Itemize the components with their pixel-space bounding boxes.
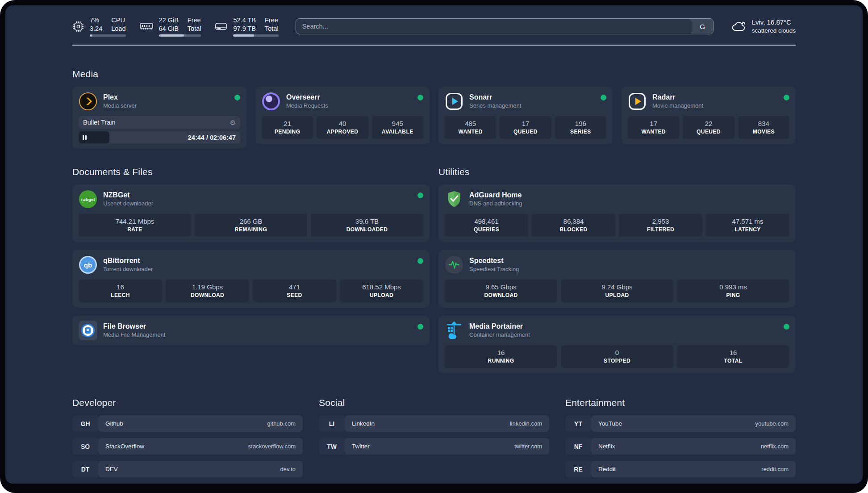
app-card-radarr[interactable]: Radarr Movie management 17WANTED 22QUEUE…: [622, 87, 796, 144]
bookmark-netflix[interactable]: NF Netflix netflix.com: [565, 438, 796, 455]
disk-icon: [214, 21, 228, 32]
window-frame: 7% 3.24 CPU Load: [0, 0, 868, 493]
bookmark-reddit[interactable]: RE Reddit reddit.com: [565, 461, 796, 477]
app-card-overseerr[interactable]: Overseerr Media Requests 21PENDING 40APP…: [255, 87, 430, 144]
weather-widget: Lviv, 16.87°C scattered clouds: [730, 18, 796, 34]
section-title-utilities: Utilities: [438, 167, 796, 177]
filebrowser-icon: [79, 321, 97, 340]
cloud-icon: [730, 20, 747, 33]
playback-progress-bar[interactable]: 24:44 / 02:06:47: [79, 131, 240, 143]
app-name: Media Portainer: [469, 322, 530, 331]
section-social: Social LI LinkedIn linkedin.com TW Twitt…: [319, 397, 549, 455]
app-card-filebrowser[interactable]: File Browser Media File Management: [72, 316, 430, 345]
app-card-nzbget[interactable]: nzbget NZBGet Usenet downloader 744.21 M…: [72, 184, 430, 242]
header-divider: [72, 45, 796, 46]
playback-time: 24:44 / 02:06:47: [188, 134, 236, 141]
section-title-documents: Documents & Files: [72, 167, 430, 177]
app-card-plex[interactable]: Plex Media server Bullet Train ⚙: [72, 87, 246, 149]
ram-widget: 22 GiB 64 GiB Free Total: [139, 16, 201, 37]
bookmark-abbr: SO: [72, 438, 98, 455]
app-name: Radarr: [652, 93, 703, 102]
app-card-adguard[interactable]: AdGuard Home DNS and adblocking 498,461Q…: [438, 184, 796, 242]
stat-upload: 618.52 MbpsUPLOAD: [340, 280, 423, 302]
bookmark-url: youtube.com: [755, 420, 789, 427]
bookmark-name: Twitter: [352, 443, 370, 450]
app-subtitle: Speedtest Tracking: [469, 266, 519, 273]
disk-total-label: Total: [265, 25, 279, 33]
app-name: Plex: [103, 93, 137, 102]
app-card-sonarr[interactable]: Sonarr Series management 485WANTED 17QUE…: [438, 87, 613, 144]
stat-rate: 744.21 MbpsRATE: [79, 214, 191, 237]
app-card-qbittorrent[interactable]: qb qBittorrent Torrent downloader 16LEEC…: [72, 250, 430, 308]
app-subtitle: Usenet downloader: [103, 200, 153, 208]
stat-queries: 498,461QUERIES: [445, 214, 528, 237]
status-dot: [784, 95, 789, 100]
ram-total-label: Total: [188, 25, 201, 33]
bookmark-url: dev.to: [280, 466, 296, 472]
stat-stopped: 0STOPPED: [561, 345, 673, 368]
disk-free-label: Free: [265, 16, 279, 25]
bookmark-abbr: LI: [319, 415, 345, 432]
ram-progress-bar: [159, 34, 201, 37]
section-title-developer: Developer: [72, 397, 303, 408]
stat-leech: 16LEECH: [79, 280, 162, 302]
bookmark-name: LinkedIn: [352, 420, 375, 427]
stat-latency: 47.571 msLATENCY: [706, 214, 789, 237]
bookmark-github[interactable]: GH Github github.com: [72, 415, 303, 432]
search-engine-button[interactable]: G: [692, 19, 713, 34]
stat-queued: 22QUEUED: [683, 116, 734, 139]
pause-icon[interactable]: [83, 135, 87, 140]
stat-download: 1.19 GbpsDOWNLOAD: [166, 280, 249, 302]
ram-free-value: 22 GiB: [159, 16, 179, 25]
top-bar: 7% 3.24 CPU Load: [72, 15, 796, 38]
radarr-icon: [628, 92, 647, 111]
cpu-icon: [72, 21, 84, 33]
bookmark-youtube[interactable]: YT YouTube youtube.com: [565, 415, 796, 432]
stat-series: 196SERIES: [555, 116, 606, 139]
section-media: Media Plex Media server: [72, 69, 796, 149]
bookmark-dev[interactable]: DT DEV dev.to: [72, 461, 303, 477]
app-subtitle: Media File Management: [103, 331, 165, 339]
status-dot: [417, 192, 423, 198]
bookmark-twitter[interactable]: TW Twitter twitter.com: [319, 438, 549, 455]
stat-wanted: 17WANTED: [628, 116, 679, 139]
stat-wanted: 485WANTED: [445, 116, 496, 139]
bookmark-url: netflix.com: [761, 443, 789, 450]
stat-downloaded: 39.6 TBDOWNLOADED: [311, 214, 423, 237]
app-name: AdGuard Home: [469, 191, 522, 200]
adguard-icon: [445, 190, 463, 209]
section-entertainment: Entertainment YT YouTube youtube.com NF …: [565, 397, 796, 477]
status-dot: [784, 324, 789, 330]
player-device-icon[interactable]: ⚙: [230, 119, 236, 126]
status-dot: [417, 324, 423, 330]
bookmark-name: DEV: [105, 466, 118, 472]
stat-blocked: 86,384BLOCKED: [532, 214, 615, 237]
speedtest-icon: [445, 255, 463, 274]
disk-widget: 52.4 TB 97.9 TB Free Total: [214, 16, 278, 37]
portainer-icon: [445, 321, 463, 340]
app-subtitle: Series management: [469, 102, 521, 110]
bookmark-url: linkedin.com: [510, 420, 542, 427]
bookmark-url: stackoverflow.com: [248, 443, 296, 450]
app-card-speedtest[interactable]: Speedtest Speedtest Tracking 9.65 GbpsDO…: [438, 250, 796, 308]
app-subtitle: DNS and adblocking: [469, 200, 522, 208]
app-name: Overseerr: [286, 93, 328, 102]
app-subtitle: Media server: [103, 102, 137, 110]
disk-progress-bar: [233, 34, 278, 37]
search-input[interactable]: [296, 19, 692, 34]
bookmark-url: github.com: [267, 420, 296, 427]
stat-seed: 471SEED: [253, 280, 336, 302]
plex-now-playing: Bullet Train ⚙ 24:44 / 02:06:47: [79, 116, 240, 143]
app-card-portainer[interactable]: Media Portainer Container management 16R…: [438, 316, 796, 373]
bookmark-url: reddit.com: [761, 466, 789, 472]
stat-approved: 40APPROVED: [317, 116, 368, 139]
bookmark-stackoverflow[interactable]: SO StackOverflow stackoverflow.com: [72, 438, 303, 455]
stat-pending: 21PENDING: [262, 116, 313, 139]
sonarr-icon: [445, 92, 463, 111]
dashboard-panel: 7% 3.24 CPU Load: [5, 5, 863, 484]
status-dot: [234, 95, 240, 100]
ram-total-value: 64 GiB: [159, 25, 179, 33]
app-name: File Browser: [103, 322, 165, 331]
bookmark-linkedin[interactable]: LI LinkedIn linkedin.com: [319, 415, 549, 432]
app-name: qBittorrent: [103, 256, 153, 266]
